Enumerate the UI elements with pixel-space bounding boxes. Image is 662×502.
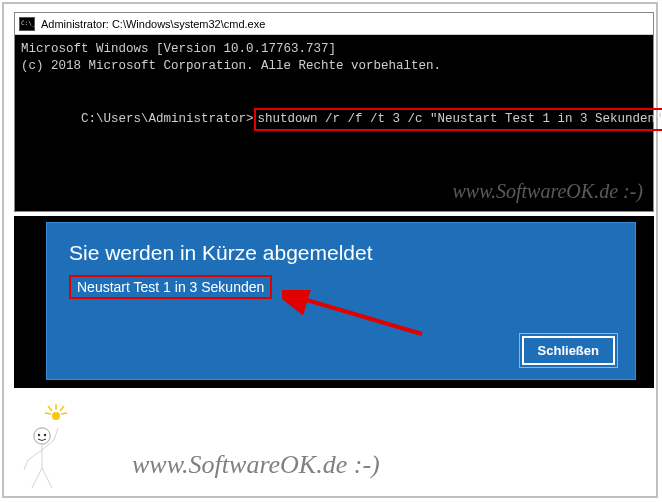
svg-line-17 (42, 468, 52, 488)
cmd-window: Administrator: C:\Windows\system32\cmd.e… (14, 12, 654, 212)
watermark-text-bottom: www.SoftwareOK.de :-) (132, 450, 380, 480)
svg-line-16 (32, 468, 42, 488)
svg-line-6 (61, 413, 67, 414)
svg-line-4 (60, 406, 64, 411)
screenshot-frame: Administrator: C:\Windows\system32\cmd.e… (2, 2, 658, 498)
cmd-prompt-path: C:\Users\Administrator> (81, 112, 254, 126)
cmd-window-title: Administrator: C:\Windows\system32\cmd.e… (41, 18, 265, 30)
svg-point-9 (38, 434, 40, 436)
cmd-terminal-body[interactable]: Microsoft Windows [Version 10.0.17763.73… (15, 35, 653, 211)
svg-point-7 (52, 412, 60, 420)
watermark-text-cmd: www.SoftwareOK.de :-) (452, 178, 643, 205)
close-button[interactable]: Schließen (522, 336, 615, 365)
mascot-figure-icon (18, 400, 76, 490)
cmd-blank-line (21, 75, 647, 89)
shutdown-dialog: Sie werden in Kürze abgemeldet Neustart … (46, 222, 636, 380)
dialog-title: Sie werden in Kürze abgemeldet (69, 241, 613, 265)
cmd-command-text: shutdown /r /f /t 3 /c "Neustart Test 1 … (258, 112, 662, 126)
cmd-titlebar[interactable]: Administrator: C:\Windows\system32\cmd.e… (15, 13, 653, 35)
dialog-backdrop: Sie werden in Kürze abgemeldet Neustart … (14, 216, 654, 388)
cmd-copyright-line: (c) 2018 Microsoft Corporation. Alle Rec… (21, 58, 647, 75)
cmd-icon (19, 17, 35, 31)
dialog-message-text: Neustart Test 1 in 3 Sekunden (77, 279, 264, 295)
cmd-prompt-line: C:\Users\Administrator>shutdown /r /f /t… (21, 89, 647, 148)
svg-line-3 (48, 406, 52, 411)
svg-point-8 (34, 428, 50, 444)
svg-point-10 (44, 434, 46, 436)
dialog-message-highlight: Neustart Test 1 in 3 Sekunden (69, 275, 272, 299)
cmd-command-highlight: shutdown /r /f /t 3 /c "Neustart Test 1 … (254, 108, 662, 131)
cmd-version-line: Microsoft Windows [Version 10.0.17763.73… (21, 41, 647, 58)
svg-line-5 (45, 413, 51, 414)
